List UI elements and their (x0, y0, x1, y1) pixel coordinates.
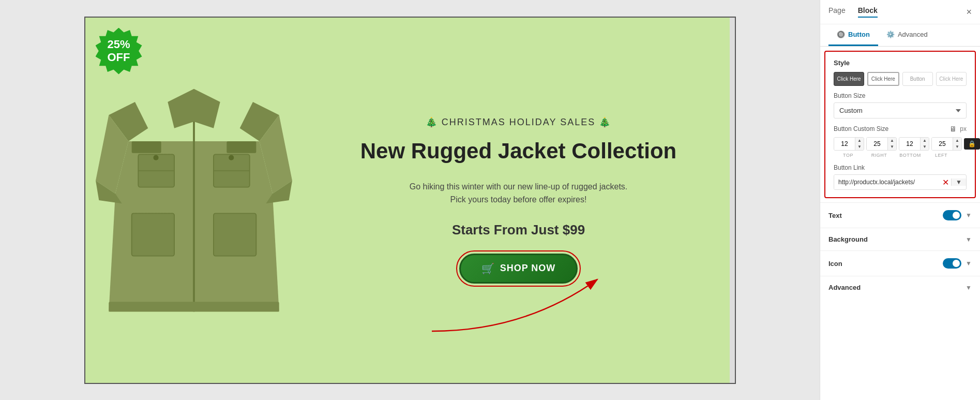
advanced-label: Advanced (828, 284, 861, 291)
left-input[interactable]: 25 (932, 138, 953, 150)
size-labels: TOP RIGHT BOTTOM LEFT (834, 153, 967, 158)
icon-chevron-icon: ▼ (966, 260, 972, 267)
style-btn-outlined[interactable]: Click Here (867, 72, 899, 86)
content-area: 🎄 CHRISTMAS HOLIDAY SALES 🎄 New Rugged J… (303, 96, 735, 304)
christmas-title: 🎄 CHRISTMAS HOLIDAY SALES 🎄 (426, 116, 611, 128)
shop-now-button[interactable]: 🛒 SHOP NOW (459, 254, 578, 284)
svg-rect-6 (214, 213, 256, 256)
main-title: New Rugged Jacket Collection (360, 138, 676, 164)
canvas-scrollbar[interactable] (730, 18, 735, 383)
size-input-top: 12 ▲ ▼ (834, 137, 864, 151)
right-spin-up[interactable]: ▲ (888, 138, 896, 144)
badge-line2: OFF (108, 51, 130, 64)
right-panel: Page Block × 🔘 Button ⚙️ Advanced Style (820, 0, 980, 400)
bottom-spinners: ▲ ▼ (920, 138, 929, 150)
size-input-right: 25 ▲ ▼ (866, 137, 897, 151)
text-toggle[interactable] (943, 210, 961, 220)
cart-icon: 🛒 (481, 262, 495, 275)
tab-advanced[interactable]: ⚙️ Advanced (878, 24, 936, 46)
advanced-chevron-icon: ▼ (966, 284, 972, 291)
close-button[interactable]: × (966, 7, 972, 18)
svg-rect-8 (227, 141, 256, 153)
svg-rect-5 (131, 213, 174, 256)
button-size-select[interactable]: Custom Small Medium Large (834, 102, 967, 118)
top-input-wrapper: 12 ▲ ▼ (834, 137, 864, 151)
right-input-wrapper: 25 ▲ ▼ (866, 137, 897, 151)
style-btn-ghost[interactable]: Button (902, 72, 933, 86)
top-label: TOP (834, 153, 863, 158)
link-dropdown-button[interactable]: ▼ (951, 179, 966, 186)
text-accordion-right: ▼ (943, 210, 972, 220)
shop-button-wrapper: 🛒 SHOP NOW (459, 254, 578, 284)
style-buttons: Click Here Click Here Button Click Here (834, 72, 967, 86)
background-label: Background (828, 235, 868, 243)
icon-accordion-right: ▼ (943, 258, 972, 269)
background-accordion-right: ▼ (966, 236, 972, 243)
advanced-accordion[interactable]: Advanced ▼ (820, 276, 980, 299)
bottom-input[interactable]: 12 (899, 138, 920, 150)
text-label: Text (828, 212, 842, 219)
jacket-image (96, 58, 292, 343)
size-inputs: 12 ▲ ▼ 25 ▲ ▼ (834, 137, 967, 151)
svg-point-10 (229, 155, 234, 160)
button-tab-icon: 🔘 (837, 31, 845, 38)
svg-point-9 (153, 155, 158, 160)
right-spinners: ▲ ▼ (887, 138, 896, 150)
right-input[interactable]: 25 (867, 138, 887, 150)
custom-size-label: Button Custom Size (834, 125, 946, 132)
svg-rect-7 (131, 141, 161, 153)
bottom-label: BOTTOM (896, 153, 925, 158)
background-chevron-icon: ▼ (966, 236, 972, 243)
style-section: Style Click Here Click Here Button Click… (824, 51, 976, 198)
top-spin-up[interactable]: ▲ (855, 138, 864, 144)
tab-button[interactable]: 🔘 Button (828, 24, 878, 46)
svg-rect-11 (109, 302, 279, 312)
link-field-wrapper: http://productx.local/jackets/ ✕ ▼ (834, 174, 967, 190)
lock-button[interactable]: 🔒 (964, 138, 980, 150)
bottom-spin-down[interactable]: ▼ (921, 144, 929, 150)
right-spin-down[interactable]: ▼ (888, 144, 896, 150)
left-spin-down[interactable]: ▼ (953, 144, 961, 150)
right-label: RIGHT (865, 153, 894, 158)
style-label: Style (834, 59, 967, 67)
size-input-bottom: 12 ▲ ▼ (899, 137, 929, 151)
advanced-tab-label: Advanced (898, 31, 928, 38)
left-label: LEFT (927, 153, 956, 158)
panel-content: Style Click Here Click Here Button Click… (820, 47, 980, 400)
tab-page[interactable]: Page (828, 6, 846, 18)
canvas-frame: 25% OFF (84, 17, 736, 384)
description: Go hiking this winter with our new line-… (410, 180, 628, 206)
style-btn-filled[interactable]: Click Here (834, 72, 864, 86)
left-spin-up[interactable]: ▲ (953, 138, 961, 144)
tab-block[interactable]: Block (858, 6, 878, 18)
background-accordion[interactable]: Background ▼ (820, 228, 980, 250)
custom-size-header: Button Custom Size 🖥 px (834, 125, 967, 133)
button-link-label: Button Link (834, 164, 967, 171)
left-input-wrapper: 25 ▲ ▼ (931, 137, 962, 151)
bottom-spin-up[interactable]: ▲ (921, 138, 929, 144)
advanced-tab-icon: ⚙️ (886, 31, 895, 38)
text-chevron-icon: ▼ (966, 212, 972, 219)
link-input[interactable]: http://productx.local/jackets/ (834, 175, 940, 189)
panel-header: Page Block × (820, 0, 980, 24)
icon-toggle[interactable] (943, 258, 961, 269)
px-label: px (960, 125, 967, 132)
style-btn-link[interactable]: Click Here (936, 72, 967, 86)
monitor-icon: 🖥 (949, 125, 957, 133)
panel-tabs-top: Page Block (828, 6, 878, 18)
link-clear-button[interactable]: ✕ (940, 177, 951, 187)
icon-label: Icon (828, 260, 842, 268)
panel-tabs-secondary: 🔘 Button ⚙️ Advanced (820, 24, 980, 47)
icon-accordion[interactable]: Icon ▼ (820, 250, 980, 276)
badge-line1: 25% (107, 38, 130, 51)
size-input-left: 25 ▲ ▼ (931, 137, 962, 151)
advanced-accordion-right: ▼ (966, 284, 972, 291)
top-spin-down[interactable]: ▼ (855, 144, 864, 150)
bottom-input-wrapper: 12 ▲ ▼ (899, 137, 929, 151)
canvas-area: 25% OFF (0, 0, 820, 400)
price-text: Starts From Just $99 (452, 222, 585, 238)
button-size-label: Button Size (834, 92, 967, 99)
text-accordion[interactable]: Text ▼ (820, 202, 980, 228)
button-tab-label: Button (848, 31, 870, 38)
top-input[interactable]: 12 (834, 138, 855, 150)
